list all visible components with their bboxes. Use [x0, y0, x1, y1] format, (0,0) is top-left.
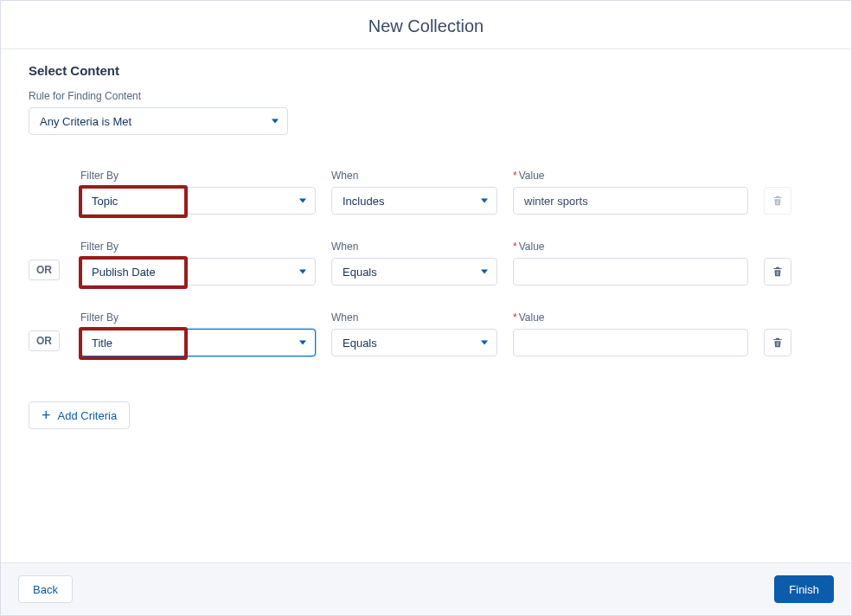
when-select[interactable]: Equals — [331, 329, 497, 356]
delete-column — [764, 329, 791, 356]
chevron-down-icon — [299, 270, 306, 274]
filter-by-value: Publish Date — [92, 266, 156, 279]
delete-column — [764, 258, 791, 286]
modal-footer: Back Finish — [1, 562, 851, 615]
section-title: Select Content — [29, 63, 823, 78]
delete-criteria-button[interactable] — [764, 329, 791, 356]
modal-header: New Collection — [1, 1, 851, 49]
or-badge: OR — [29, 260, 60, 280]
chevron-down-icon — [272, 119, 279, 124]
criteria-row: ORFilter ByPublish DateWhenEquals*Value — [80, 241, 823, 286]
value-label: *Value — [513, 311, 748, 324]
when-value: Equals — [343, 266, 377, 279]
value-column: *Value — [513, 170, 748, 215]
chevron-down-icon — [481, 270, 488, 274]
when-select[interactable]: Includes — [331, 187, 497, 215]
filter-by-select[interactable]: Topic — [80, 187, 316, 215]
chevron-down-icon — [481, 199, 488, 203]
filter-by-column: Filter ByTitle — [80, 311, 316, 356]
criteria-row: ORFilter ByTitleWhenEquals*Value — [80, 311, 823, 356]
rule-select-value: Any Criteria is Met — [40, 115, 131, 128]
new-collection-modal: New Collection Select Content Rule for F… — [0, 0, 852, 616]
value-input[interactable] — [513, 187, 748, 215]
filter-by-label: Filter By — [80, 311, 316, 324]
delete-column — [764, 187, 791, 215]
add-criteria-button[interactable]: + Add Criteria — [29, 401, 130, 429]
required-marker: * — [513, 241, 517, 253]
when-column: WhenIncludes — [331, 170, 497, 215]
trash-icon — [772, 266, 784, 278]
when-label: When — [331, 241, 497, 253]
finish-button[interactable]: Finish — [774, 575, 834, 603]
rule-select-label: Rule for Finding Content — [29, 90, 823, 102]
or-badge: OR — [29, 330, 60, 351]
filter-by-select[interactable]: Title — [80, 329, 316, 356]
value-input[interactable] — [513, 329, 748, 356]
value-label: *Value — [513, 241, 748, 253]
chevron-down-icon — [299, 341, 306, 345]
criteria-rows: Filter ByTopicWhenIncludes*ValueORFilter… — [80, 170, 823, 356]
value-label: *Value — [513, 170, 748, 182]
value-column: *Value — [513, 241, 748, 286]
rule-select[interactable]: Any Criteria is Met — [29, 107, 288, 135]
filter-by-column: Filter ByTopic — [80, 170, 316, 215]
when-value: Equals — [343, 337, 377, 350]
value-column: *Value — [513, 311, 748, 356]
delete-criteria-button — [764, 187, 791, 215]
filter-by-label: Filter By — [80, 241, 316, 253]
filter-by-value: Topic — [92, 195, 118, 208]
when-column: WhenEquals — [331, 311, 497, 356]
trash-icon — [772, 195, 784, 207]
filter-by-column: Filter ByPublish Date — [80, 241, 316, 286]
filter-by-value: Title — [92, 337, 112, 350]
when-select[interactable]: Equals — [331, 258, 497, 286]
filter-by-select[interactable]: Publish Date — [80, 258, 316, 286]
add-criteria-label: Add Criteria — [58, 409, 118, 422]
chevron-down-icon — [481, 341, 488, 345]
when-value: Includes — [343, 195, 384, 208]
modal-body: Select Content Rule for Finding Content … — [1, 49, 851, 562]
required-marker: * — [513, 170, 517, 182]
trash-icon — [772, 337, 784, 349]
criteria-row: Filter ByTopicWhenIncludes*Value — [80, 170, 823, 215]
when-column: WhenEquals — [331, 241, 497, 286]
modal-title: New Collection — [1, 16, 851, 36]
when-label: When — [331, 311, 497, 324]
value-input[interactable] — [513, 258, 748, 286]
filter-by-label: Filter By — [80, 170, 316, 182]
delete-criteria-button[interactable] — [764, 258, 791, 286]
back-button[interactable]: Back — [18, 575, 73, 603]
required-marker: * — [513, 311, 517, 324]
when-label: When — [331, 170, 497, 182]
plus-icon: + — [42, 407, 51, 423]
chevron-down-icon — [299, 199, 306, 203]
